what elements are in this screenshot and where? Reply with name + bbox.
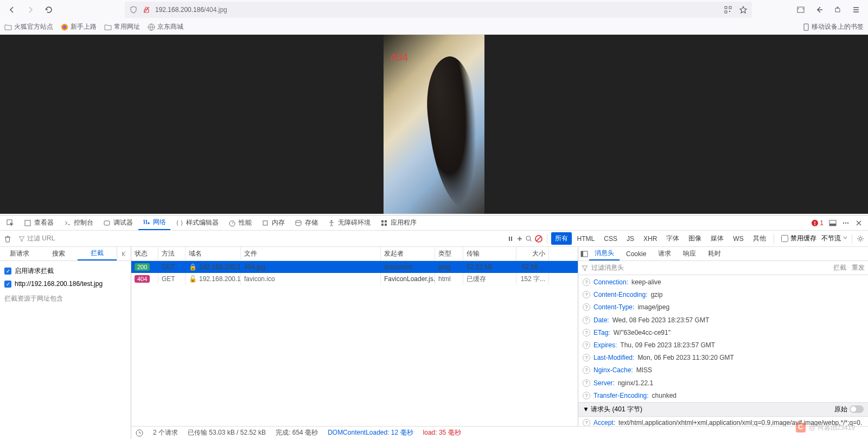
toggle-sidebar-icon[interactable] [580,250,588,258]
col-method[interactable]: 方法 [158,247,186,260]
trash-icon[interactable] [3,234,12,243]
svg-point-41 [526,236,531,240]
filter-font[interactable]: 字体 [662,232,683,245]
tab-storage[interactable]: 存储 [290,215,322,230]
request-headers-section[interactable]: ▼ 请求头 (401 字节)原始 [578,402,868,417]
svg-rect-16 [25,220,30,226]
disable-cache-checkbox[interactable]: 禁用缓存 [781,234,816,243]
dock-icon[interactable] [829,219,837,227]
tab-memory[interactable]: 内存 [257,215,289,230]
svg-rect-24 [385,220,387,222]
network-table-header: 状态 方法 域名 文件 发起者 类型 传输 大小 [131,247,578,261]
header-line: ?Nginx-Cache: MISS [578,364,868,377]
screenshot-icon[interactable] [793,2,808,17]
tab-inspector[interactable]: 查看器 [20,215,58,230]
col-initiator[interactable]: 发起者 [381,247,435,260]
more-icon[interactable] [842,219,850,227]
tab-application[interactable]: 应用程序 [376,215,421,230]
block-rule-item[interactable]: ✓http://192.168.200.186/test.jpg [4,278,126,290]
filter-ws[interactable]: WS [729,233,747,244]
detail-panel: 消息头 Cookie 请求 响应 耗时 过滤消息头 拦截 重发 ?Connect… [578,247,868,439]
bookmark-newbie[interactable]: 新手上路 [61,22,97,31]
header-line: ?Server: nginx/1.22.1 [578,377,868,390]
block-collapse-icon[interactable] [117,247,131,260]
url-text: 192.168.200.186/404.jpg [155,6,227,14]
qr-icon[interactable] [724,5,732,14]
extension-icon[interactable] [830,2,845,17]
svg-rect-5 [729,11,730,12]
block-tab-search[interactable]: 搜索 [39,247,78,260]
detail-tab-cookie[interactable]: Cookie [621,247,652,260]
svg-rect-4 [725,11,727,13]
svg-point-29 [814,224,815,225]
svg-point-11 [63,26,66,29]
table-row[interactable]: 200 GET 🔒192.168.200.1... 404.jpg docume… [131,261,578,273]
block-tab-new[interactable]: 新请求 [0,247,39,260]
throttle-select[interactable]: 不节流 [821,234,848,243]
tab-debugger[interactable]: 调试器 [99,215,137,230]
col-domain[interactable]: 域名 [186,247,241,260]
filter-url-input[interactable]: 过滤 URL [15,233,243,245]
filter-xhr[interactable]: XHR [640,233,661,244]
csdn-logo-icon [796,423,806,432]
col-size[interactable]: 大小 [516,247,549,260]
block-button[interactable]: 拦截 [833,263,846,272]
search-icon[interactable] [525,235,533,243]
tab-network[interactable]: 网络 [138,215,170,230]
resend-button[interactable]: 重发 [852,263,865,272]
svg-line-42 [530,240,532,241]
detail-tab-headers[interactable]: 消息头 [589,247,620,260]
table-row[interactable]: 404 GET 🔓192.168.200.1... favicon.ico Fa… [131,273,578,285]
mobile-bookmarks[interactable]: 移动设备上的书签 [803,22,864,31]
filter-image[interactable]: 图像 [685,232,705,245]
col-status[interactable]: 状态 [131,247,158,260]
menu-icon[interactable] [848,2,864,17]
forward-button[interactable] [23,2,38,17]
filter-other[interactable]: 其他 [749,232,770,245]
block-tab-block[interactable]: 拦截 [78,247,117,260]
tab-console[interactable]: 控制台 [59,215,98,230]
bookmark-firefox[interactable]: 火狐官方站点 [4,22,53,31]
pause-icon[interactable] [507,235,514,243]
detail-tab-request[interactable]: 请求 [653,247,676,260]
svg-point-45 [859,237,862,240]
network-table: 状态 方法 域名 文件 发起者 类型 传输 大小 200 GET 🔒192.16… [131,247,578,439]
error-badge[interactable]: 1 [811,219,824,227]
back-button[interactable] [4,2,20,17]
share-icon[interactable] [812,2,827,17]
col-transferred[interactable]: 传输 [463,247,516,260]
filter-html[interactable]: HTML [573,233,599,244]
header-line: ?Last-Modified: Mon, 06 Feb 2023 11:30:2… [578,352,868,364]
filter-js[interactable]: JS [623,233,638,244]
header-line: ?Content-Type: image/jpeg [578,301,868,314]
pick-element-icon[interactable] [2,215,18,230]
enable-blocking-checkbox[interactable]: ✓启用请求拦截 [4,264,126,278]
filter-media[interactable]: 媒体 [707,232,727,245]
svg-rect-2 [725,7,727,9]
star-icon[interactable] [739,5,748,14]
phone-icon [803,23,809,31]
col-type[interactable]: 类型 [435,247,463,260]
bookmark-jd[interactable]: 京东商城 [148,22,183,31]
col-file[interactable]: 文件 [241,247,381,260]
filter-headers-input[interactable]: 过滤消息头 [591,263,624,272]
detail-tab-response[interactable]: 响应 [678,247,701,260]
tab-style[interactable]: 样式编辑器 [171,215,223,230]
plus-icon[interactable] [516,235,524,243]
gear-icon[interactable] [856,234,865,243]
filter-css[interactable]: CSS [600,233,621,244]
bookmark-common[interactable]: 常用网址 [104,22,140,31]
tab-performance[interactable]: 性能 [224,215,256,230]
block-icon[interactable] [534,234,543,243]
tab-accessibility[interactable]: 无障碍环境 [323,215,375,230]
devtools-tabs: 查看器 控制台 调试器 网络 样式编辑器 性能 内存 存储 无障碍环境 应用程序… [0,215,868,231]
url-bar[interactable]: 192.168.200.186/404.jpg [125,2,752,18]
network-status-bar: 2 个请求 已传输 53.03 kB / 52.52 kB 完成: 654 毫秒… [131,426,868,439]
filter-all[interactable]: 所有 [551,232,572,245]
close-icon[interactable] [855,219,863,227]
detail-tab-timing[interactable]: 耗时 [703,247,726,260]
devtools-panel: 查看器 控制台 调试器 网络 样式编辑器 性能 内存 存储 无障碍环境 应用程序… [0,215,868,439]
reload-button[interactable] [41,2,56,17]
svg-point-34 [847,222,848,223]
watermark: @ 何暮由23419 [796,423,855,432]
